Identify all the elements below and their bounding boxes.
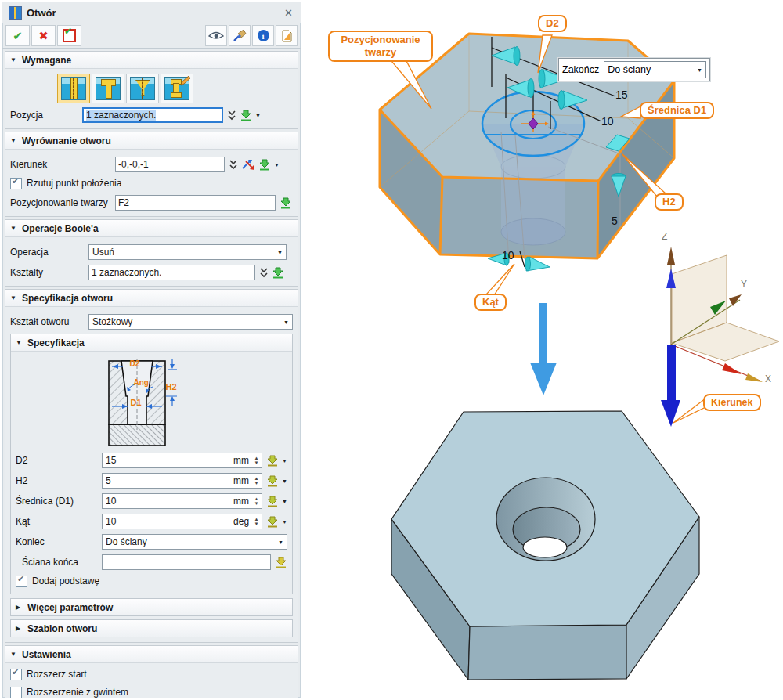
dim-d1-value[interactable]: 10: [601, 115, 614, 128]
ksztalt-otworu-dropdown[interactable]: Stożkowy ▼: [88, 314, 293, 330]
hole-type-custom-button[interactable]: [161, 74, 193, 103]
cancel-icon: ✖: [38, 29, 49, 43]
dim-h2-value[interactable]: 5: [612, 215, 618, 227]
drag-handle-cone-base[interactable]: [528, 79, 534, 98]
pick-value-icon[interactable]: [266, 515, 279, 528]
pick-value-icon[interactable]: [266, 474, 279, 487]
subsection-header-specyfikacja[interactable]: ▼ Specyfikacja: [11, 334, 292, 352]
expand-icon: ▼: [10, 56, 17, 63]
result-solid[interactable]: [392, 411, 699, 680]
pozycja-input[interactable]: 1 zaznaczonych.: [82, 107, 223, 123]
section-header-wyrownanie[interactable]: ▼ Wyrównanie otworu: [5, 132, 298, 150]
kierunek-label: Kierunek: [10, 159, 115, 170]
kierunek-input[interactable]: -0,-0,-1: [115, 157, 225, 172]
direction-vector-arrow[interactable]: [661, 345, 680, 427]
preview-button[interactable]: [205, 25, 227, 46]
dropdown-arrow-icon: ▼: [278, 539, 283, 545]
rzutuj-label: Rzutuj punkt położenia: [27, 178, 121, 189]
dodaj-podstawe-checkbox[interactable]: ✔: [16, 576, 27, 587]
pick-input-icon[interactable]: [280, 197, 292, 209]
zakoncz-dropdown[interactable]: Do ściany ▼: [604, 61, 706, 78]
dropdown-arrow-icon[interactable]: ▼: [274, 162, 280, 168]
gwint-checkbox[interactable]: [10, 687, 22, 698]
pick-value-icon[interactable]: [275, 556, 287, 568]
section-title: Szablon otworu: [27, 623, 97, 634]
section-header-spec-otworu[interactable]: ▼ Specyfikacja otworu: [5, 290, 298, 307]
kat-input[interactable]: 10 deg ▲▼: [102, 514, 262, 529]
cancel-button[interactable]: ✖: [31, 25, 56, 46]
hole-type-countersink-button[interactable]: [126, 74, 159, 103]
poz-twarzy-label: Pozycjonowanie twarzy: [10, 197, 115, 208]
operacja-dropdown[interactable]: Usuń ▼: [88, 244, 287, 260]
h2-spinner[interactable]: ▲▼: [251, 474, 262, 488]
hole-type-simple-button[interactable]: [57, 74, 90, 103]
dropdown-arrow-icon: ▼: [697, 67, 702, 73]
hole-type-counterbore-button[interactable]: [92, 74, 124, 103]
rzutuj-checkbox[interactable]: ✔: [10, 178, 22, 189]
rozszerz-start-label: Rozszerz start: [27, 669, 87, 680]
pick-input-icon[interactable]: [258, 158, 271, 171]
ok-button[interactable]: ✔: [5, 25, 30, 46]
drag-handle-cone-base[interactable]: [514, 47, 520, 66]
rozszerz-start-checkbox[interactable]: ✔: [10, 669, 22, 680]
drag-handle-cone-base[interactable]: [558, 91, 565, 110]
pick-value-icon[interactable]: [266, 454, 279, 467]
dim-kat-value[interactable]: 10: [502, 249, 514, 262]
info-button[interactable]: i: [252, 25, 274, 46]
drag-handle-cone-base[interactable]: [539, 70, 545, 88]
dropdown-arrow-icon[interactable]: ▼: [282, 519, 287, 525]
srednica-label: Średnica (D1): [16, 496, 102, 507]
diagram-h2-label: H2: [166, 382, 177, 391]
ksztalty-input[interactable]: 1 zaznaczonych.: [88, 265, 255, 280]
dropdown-arrow-icon[interactable]: ▼: [282, 458, 287, 464]
doc-button[interactable]: [276, 25, 298, 46]
sciana-konca-input[interactable]: [102, 554, 271, 570]
dropdown-arrow-icon[interactable]: ▼: [255, 113, 261, 118]
section-title: Specyfikacja: [27, 337, 85, 348]
expand-icon: ▼: [16, 339, 23, 346]
d2-unit: mm: [233, 455, 251, 466]
srednica-spinner[interactable]: ▲▼: [251, 494, 262, 508]
chevron-double-down-icon[interactable]: [227, 110, 236, 121]
dropdown-arrow-icon[interactable]: ▼: [282, 478, 287, 484]
pick-value-icon[interactable]: [266, 495, 279, 507]
clear-button[interactable]: [229, 25, 251, 46]
section-header-boole[interactable]: ▼ Operacje Boole'a: [5, 220, 298, 237]
section-header-szablon[interactable]: ▶ Szablon otworu: [11, 620, 292, 637]
drag-handle-cone-base[interactable]: [525, 257, 531, 271]
kierunek-value: -0,-0,-1: [118, 159, 149, 170]
section-wymagane: ▼ Wymagane: [5, 51, 298, 129]
dropdown-arrow-icon[interactable]: ▼: [282, 499, 287, 504]
callout-poz-twarzy: Pozycjonowanie twarzy: [328, 31, 433, 62]
axis-y-label: Y: [741, 279, 747, 290]
pick-input-icon[interactable]: [272, 266, 284, 279]
section-header-ustawienia[interactable]: ▼ Ustawienia: [5, 646, 298, 663]
close-icon[interactable]: ✕: [281, 7, 296, 19]
pick-input-icon[interactable]: [240, 109, 252, 121]
poz-twarzy-input[interactable]: F2: [115, 195, 276, 211]
zakoncz-mini-panel: Zakończ Do ściany ▼: [558, 58, 710, 81]
section-title: Specyfikacja otworu: [22, 293, 113, 304]
dropdown-arrow-icon: ▼: [283, 319, 289, 325]
kat-spinner[interactable]: ▲▼: [251, 514, 262, 529]
srednica-input[interactable]: 10 mm ▲▼: [102, 493, 262, 509]
dialog-titlebar[interactable]: Otwór ✕: [2, 2, 301, 23]
result-hole[interactable]: [496, 478, 595, 561]
d2-input[interactable]: 15 mm ▲▼: [102, 453, 262, 468]
reverse-direction-icon[interactable]: [241, 159, 255, 171]
section-title: Wymagane: [22, 55, 71, 66]
chevron-double-down-icon[interactable]: [229, 160, 238, 170]
direction-arrow[interactable]: [530, 303, 557, 395]
apply-button[interactable]: ✔: [57, 25, 81, 46]
section-header-wiecej[interactable]: ▶ Więcej parametrów: [11, 599, 292, 615]
axis-z-label: Z: [662, 231, 667, 242]
expand-icon: ▼: [10, 294, 17, 301]
dim-d2-value[interactable]: 15: [615, 88, 628, 101]
d2-spinner[interactable]: ▲▼: [251, 453, 262, 467]
section-header-wymagane[interactable]: ▼ Wymagane: [5, 52, 298, 69]
chevron-double-down-icon[interactable]: [259, 268, 269, 278]
h2-input[interactable]: 5 mm ▲▼: [102, 473, 262, 489]
koniec-dropdown[interactable]: Do ściany ▼: [102, 534, 287, 550]
page-icon: [282, 30, 292, 42]
dropdown-arrow-icon: ▼: [277, 250, 283, 255]
